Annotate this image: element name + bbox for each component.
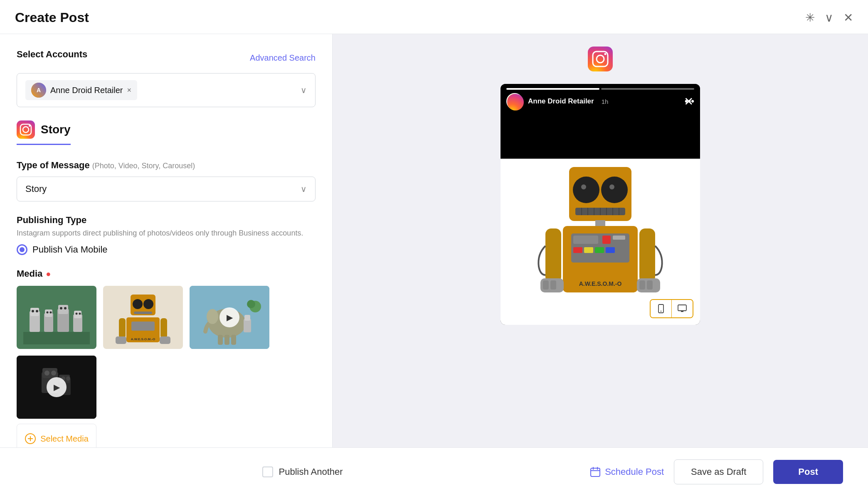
svg-rect-93 <box>550 280 556 290</box>
type-of-message-hint: (Photo, Video, Story, Carousel) <box>92 162 195 170</box>
svg-point-68 <box>609 184 614 189</box>
save-as-draft-button[interactable]: Save as Draft <box>674 459 763 484</box>
svg-rect-59 <box>588 47 613 71</box>
svg-point-14 <box>50 312 52 314</box>
svg-rect-30 <box>131 322 155 331</box>
svg-rect-88 <box>545 228 561 282</box>
play-button[interactable]: ▶ <box>47 377 67 397</box>
publishing-type-title: Publishing Type <box>17 215 316 226</box>
svg-point-66 <box>601 177 628 203</box>
svg-rect-35 <box>160 336 170 344</box>
publish-via-mobile-label: Publish Via Mobile <box>32 244 108 255</box>
svg-point-63 <box>507 94 524 110</box>
publish-another-checkbox[interactable] <box>262 467 273 477</box>
svg-point-13 <box>47 312 49 314</box>
awesom-o-figure: A.W.E.S.O.M.-O <box>534 163 667 321</box>
media-thumbnail[interactable]: A.W.E.S.O.M.-O <box>103 286 183 349</box>
svg-point-21 <box>76 313 78 315</box>
svg-rect-101 <box>591 468 600 476</box>
account-remove-icon[interactable]: × <box>127 86 132 95</box>
story-close-button[interactable]: ✕ <box>684 95 693 108</box>
sparkle-icon[interactable]: ✳ <box>805 11 815 25</box>
bottom-bar-right: Schedule Post Save as Draft Post <box>590 459 843 484</box>
svg-rect-92 <box>543 280 549 290</box>
svg-rect-44 <box>244 315 250 321</box>
instagram-preview-icon <box>588 47 613 71</box>
svg-rect-80 <box>573 236 598 244</box>
story-image-area: A.W.E.S.O.M.-O <box>501 159 700 325</box>
svg-rect-95 <box>647 280 653 290</box>
story-progress-bars <box>506 88 694 90</box>
svg-point-39 <box>207 309 218 324</box>
select-media-button[interactable]: Select Media <box>17 424 96 447</box>
svg-point-10 <box>36 310 38 312</box>
play-button[interactable]: ▶ <box>219 307 239 327</box>
publish-another-label: Publish Another <box>279 467 343 477</box>
svg-point-67 <box>581 184 586 189</box>
radio-selected <box>20 247 25 252</box>
svg-rect-81 <box>602 236 611 244</box>
message-type-select[interactable]: Story ∨ <box>17 177 316 201</box>
figure-container: A.W.E.S.O.M.-O <box>530 163 671 321</box>
story-tab-label: Story <box>41 123 71 136</box>
account-name: Anne Droid Retailer <box>50 86 123 95</box>
thumb-content <box>17 286 96 349</box>
svg-point-27 <box>143 299 153 309</box>
account-tag: A Anne Droid Retailer × <box>25 80 137 100</box>
message-type-dropdown-arrow[interactable]: ∨ <box>301 184 307 194</box>
thumb-content: A.W.E.S.O.M.-O <box>103 286 183 349</box>
publish-via-mobile-option[interactable]: Publish Via Mobile <box>17 244 316 255</box>
media-thumbnail[interactable]: ▶ <box>17 356 96 419</box>
svg-point-5 <box>29 125 30 127</box>
media-thumbnail[interactable] <box>17 286 96 349</box>
bottom-bar-left: Publish Another <box>25 467 580 477</box>
avatar: A <box>31 83 46 98</box>
story-username: Anne Droid Retailer <box>528 97 594 106</box>
progress-bar-1 <box>506 88 599 90</box>
account-dropdown-arrow[interactable]: ∨ <box>301 85 307 95</box>
svg-text:A.W.E.S.O.M.-O: A.W.E.S.O.M.-O <box>579 280 622 287</box>
title-bar: Create Post ✳ ∨ ✕ <box>0 0 868 34</box>
desktop-view-button[interactable] <box>672 300 693 317</box>
svg-rect-94 <box>639 280 645 290</box>
type-of-message-label: Type of Message (Photo, Video, Story, Ca… <box>17 160 195 170</box>
svg-point-22 <box>79 313 81 315</box>
svg-point-50 <box>44 371 49 376</box>
svg-rect-84 <box>584 247 593 253</box>
account-select-box[interactable]: A Anne Droid Retailer × ∨ <box>17 73 316 107</box>
bottom-bar: Publish Another Schedule Post Save as Dr… <box>0 447 868 496</box>
story-preview: Anne Droid Retailer 1h ••• ✕ <box>501 84 700 325</box>
svg-point-26 <box>133 299 143 309</box>
story-tab[interactable]: Story <box>17 120 71 145</box>
media-thumbnail[interactable]: ▶ <box>190 286 269 349</box>
select-media-icon <box>25 433 36 444</box>
svg-rect-77 <box>595 220 605 227</box>
type-of-message-section: Type of Message (Photo, Video, Story, Ca… <box>17 160 316 201</box>
calendar-icon <box>590 467 601 477</box>
advanced-search-link[interactable]: Advanced Search <box>250 53 316 63</box>
svg-rect-33 <box>160 318 167 338</box>
schedule-post-button[interactable]: Schedule Post <box>590 467 664 477</box>
svg-point-51 <box>51 371 56 376</box>
media-grid: A.W.E.S.O.M.-O <box>17 286 316 419</box>
post-button[interactable]: Post <box>773 460 843 484</box>
svg-point-62 <box>604 53 607 55</box>
chevron-down-icon[interactable]: ∨ <box>825 11 833 25</box>
svg-rect-32 <box>119 318 126 338</box>
radio-button[interactable] <box>17 244 27 255</box>
close-icon[interactable]: ✕ <box>843 11 853 25</box>
page-title: Create Post <box>15 10 89 25</box>
svg-rect-82 <box>613 236 625 240</box>
svg-rect-86 <box>606 247 615 253</box>
svg-rect-89 <box>639 228 655 282</box>
svg-rect-42 <box>231 335 236 345</box>
mobile-view-button[interactable] <box>651 300 671 317</box>
view-toggle <box>650 299 693 318</box>
story-user-avatar <box>506 93 523 110</box>
publishing-type-section: Publishing Type Instagram supports direc… <box>17 215 316 255</box>
svg-text:A.W.E.S.O.M.-O: A.W.E.S.O.M.-O <box>131 337 155 341</box>
select-media-label: Select Media <box>40 434 89 444</box>
svg-point-9 <box>32 310 34 312</box>
svg-rect-85 <box>595 247 604 253</box>
svg-rect-16 <box>58 305 68 314</box>
